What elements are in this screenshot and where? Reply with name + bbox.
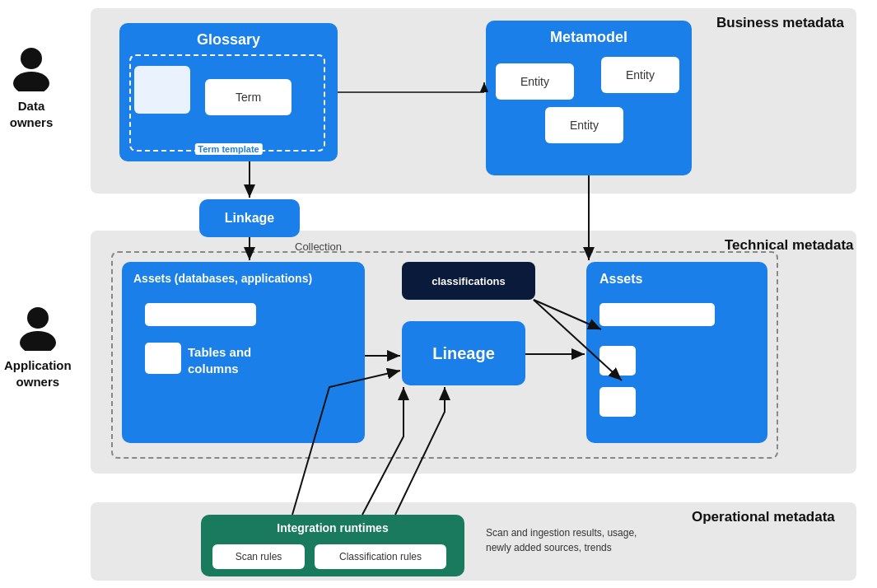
metamodel-label: Metamodel <box>550 29 627 46</box>
classifications-box: classifications <box>402 262 535 300</box>
data-owners-persona: Data owners <box>8 45 54 130</box>
scan-ingestion-text: Scan and ingestion results, usage,newly … <box>486 525 637 555</box>
assets-right-box: Assets <box>586 262 767 443</box>
svg-point-1 <box>13 72 49 91</box>
app-owners-label: Application owners <box>4 357 72 390</box>
classification-rules-box: Classification rules <box>315 544 446 569</box>
entity3-box: Entity <box>545 107 623 143</box>
diagram-container: Business metadata Technical metadata Ope… <box>0 0 877 588</box>
app-owners-persona: Application owners <box>4 305 72 390</box>
assets-left-box: Assets (databases, applications) Tables … <box>122 262 365 443</box>
tables-cols-label: Tables andcolumns <box>188 344 251 376</box>
svg-point-2 <box>27 307 49 329</box>
term-template-label: Term template <box>194 143 262 155</box>
data-owners-icon <box>8 45 54 91</box>
assets-left-label: Assets (databases, applications) <box>133 272 312 285</box>
data-owners-label: Data owners <box>10 98 54 130</box>
entity2-box: Entity <box>601 57 679 93</box>
scan-rules-box: Scan rules <box>212 544 305 569</box>
svg-point-3 <box>20 331 56 351</box>
glossary-box: Glossary Term Term template <box>119 23 338 161</box>
glossary-label: Glossary <box>197 31 260 49</box>
app-owners-icon <box>15 305 61 351</box>
assets-right-sq2 <box>599 387 636 417</box>
entity1-box: Entity <box>496 63 574 100</box>
assets-right-sq1 <box>599 346 636 376</box>
integration-box: Integration runtimes Scan rules Classifi… <box>201 515 464 576</box>
operational-band-title: Operational metadata <box>692 509 835 525</box>
assets-right-label: Assets <box>599 272 642 287</box>
integration-label: Integration runtimes <box>277 521 388 534</box>
term-template-rect <box>134 66 190 114</box>
tables-cols-icon <box>145 343 181 374</box>
business-band-title: Business metadata <box>716 15 844 31</box>
term-box: Term <box>205 79 292 115</box>
lineage-box: Lineage <box>402 321 525 385</box>
svg-point-0 <box>21 48 42 69</box>
asset-bar <box>145 303 256 326</box>
metamodel-box: Metamodel Entity Entity Entity <box>486 21 692 175</box>
linkage-box: Linkage <box>199 199 300 237</box>
assets-right-bar <box>599 303 715 326</box>
